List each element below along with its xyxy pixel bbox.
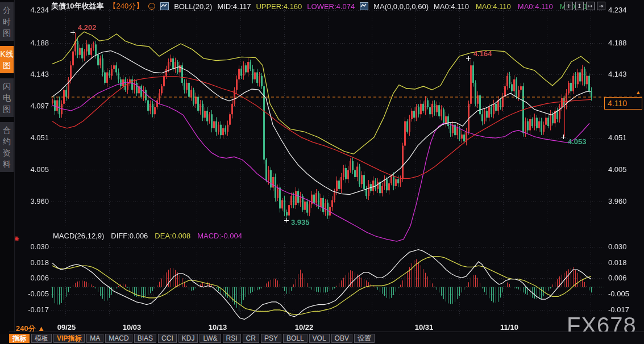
price-axis-label-left: 4.005 (11, 165, 49, 174)
chart-window-buttons: ✛↥↦⇥ (564, 2, 605, 10)
date-label: 10/03 (123, 323, 142, 332)
date-label: 10/22 (295, 323, 314, 332)
last-price-tag: 4.110 (604, 97, 642, 110)
boll-indicator-icon (160, 2, 169, 10)
price-up-arrow-icon: ▲ (635, 89, 641, 95)
indicator-toolbar: 指标模板VIP指标MAMACDBIASCCIKDJLW&RSICRPSYBOLL… (9, 332, 644, 344)
ma-value: MA0:4.110 (518, 2, 553, 11)
toolbar-button-模板[interactable]: 模板 (31, 334, 52, 343)
macd-axis-label-left: 0.006 (11, 274, 49, 282)
date-label: 10/31 (415, 323, 434, 332)
toolbar-button-CR[interactable]: CR (243, 334, 259, 343)
indicator-header: 美债10年收益率 【240分】 – BOLL(20,2) MID:4.117 U… (51, 2, 587, 11)
instrument-title: 美债10年收益率 (51, 1, 103, 11)
toolbar-button-BIAS[interactable]: BIAS (134, 334, 156, 343)
boll-params: BOLL(20,2) (174, 2, 212, 11)
toolbar-button-OBV[interactable]: OBV (331, 334, 352, 343)
boll-upper-value: UPPER:4.160 (256, 2, 302, 11)
price-annotation: 4.202 (78, 23, 97, 32)
candlestick-chart-canvas[interactable] (0, 0, 644, 344)
macd-axis-label-right: 0.018 (608, 258, 627, 267)
toolbar-button-LW&[interactable]: LW& (200, 334, 221, 343)
collapse-indicator-icon[interactable]: – (148, 3, 155, 10)
macd-dea-value: DEA:0.008 (155, 232, 190, 240)
price-axis-label-right: 4.005 (608, 165, 627, 174)
macd-axis-label-right: -0.005 (608, 290, 629, 298)
macd-axis-label-left: 0.018 (11, 258, 49, 267)
ma-value: MA0:4.110 (476, 2, 511, 11)
price-axis-label-right: 4.188 (608, 39, 627, 47)
toolbar-button-MACD[interactable]: MACD (105, 334, 132, 343)
macd-params: MACD(26,12,9) (53, 232, 104, 240)
macd-axis-label-right: -0.017 (608, 305, 629, 314)
price-axis-label-left: 3.960 (11, 197, 49, 205)
ma-indicator-icon (360, 2, 368, 10)
boll-mid-value: MID:4.117 (217, 2, 251, 11)
date-label: 11/10 (500, 323, 518, 332)
macd-axis-label-left: -0.005 (11, 290, 49, 298)
boll-lower-value: LOWER:4.074 (307, 2, 355, 11)
sidebar-tab-合约资料[interactable]: 合约资料 (0, 122, 14, 172)
toolbar-button-设置[interactable]: 设置 (354, 334, 375, 343)
date-label: 09/25 (57, 323, 76, 332)
price-axis-label-right: 4.051 (608, 133, 627, 142)
price-axis-label-right: 4.234 (608, 6, 627, 14)
price-annotation: 3.935 (291, 218, 310, 226)
toolbar-button-MA[interactable]: MA (86, 334, 103, 343)
y-axis-scale-icon[interactable]: ↥ (575, 2, 584, 10)
price-axis-label-left: 4.188 (11, 39, 49, 47)
trading-app-window: 美债10年收益率 【240分】 – BOLL(20,2) MID:4.117 U… (0, 0, 644, 344)
toolbar-button-CCI[interactable]: CCI (158, 334, 177, 343)
price-annotation: 4.053 (568, 137, 587, 146)
price-axis-label-right: 3.960 (608, 197, 627, 205)
crosshair-tool-icon[interactable]: ✛ (564, 2, 573, 10)
period-label[interactable]: 【240分】 (109, 1, 143, 11)
sidebar-tab-分时图[interactable]: 分时图 (0, 2, 14, 41)
toolbar-button-VOL[interactable]: VOL (309, 334, 330, 343)
price-axis-label-right: 4.143 (608, 70, 627, 78)
price-axis-label-left: 4.051 (11, 133, 49, 142)
ma-value: MA0:4.110 (434, 2, 469, 11)
sidebar-tab-K线图[interactable]: K线图 (0, 46, 14, 73)
macd-axis-label-left: 0.030 (11, 242, 49, 251)
price-axis-label-left: 4.143 (11, 70, 49, 78)
toolbar-button-指标[interactable]: 指标 (9, 334, 30, 343)
toolbar-button-VIP指标[interactable]: VIP指标 (53, 334, 85, 343)
macd-axis-label-right: 0.006 (608, 274, 627, 282)
sidebar-tab-闪电图[interactable]: 闪电图 (0, 78, 14, 117)
macd-axis-label-left: -0.017 (11, 305, 49, 314)
ma-params: MA(0,0,0,0,0,60) (373, 2, 429, 11)
toolbar-button-PSY[interactable]: PSY (261, 334, 281, 343)
price-axis-label-left: 4.234 (11, 6, 49, 14)
macd-diff-value: DIFF:0.006 (111, 232, 148, 240)
macd-axis-label-right: 0.030 (608, 242, 627, 251)
price-axis-label-left: 4.097 (11, 102, 49, 110)
price-annotation: 4.164 (473, 49, 492, 58)
sidebar: 分时图K线图闪电图合约资料 (0, 0, 15, 334)
macd-header: MACD(26,12,9) DIFF:0.006 DEA:0.008 MACD:… (53, 232, 242, 240)
date-label: 10/13 (209, 323, 227, 332)
x-axis-scale-icon[interactable]: ↦ (586, 2, 595, 10)
macd-macd-value: MACD:-0.004 (197, 232, 242, 240)
toolbar-button-RSI[interactable]: RSI (223, 334, 241, 343)
toolbar-button-KDJ[interactable]: KDJ (178, 334, 198, 343)
toolbar-button-BOLL[interactable]: BOLL (283, 334, 308, 343)
pane-expand-icon[interactable]: ⇥ (597, 2, 605, 10)
